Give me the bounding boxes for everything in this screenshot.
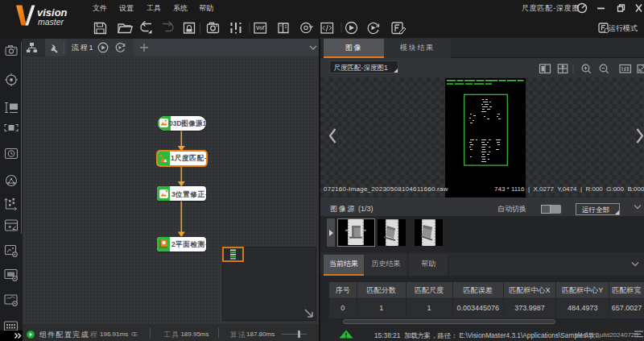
- svg-text:master: master: [38, 17, 64, 27]
